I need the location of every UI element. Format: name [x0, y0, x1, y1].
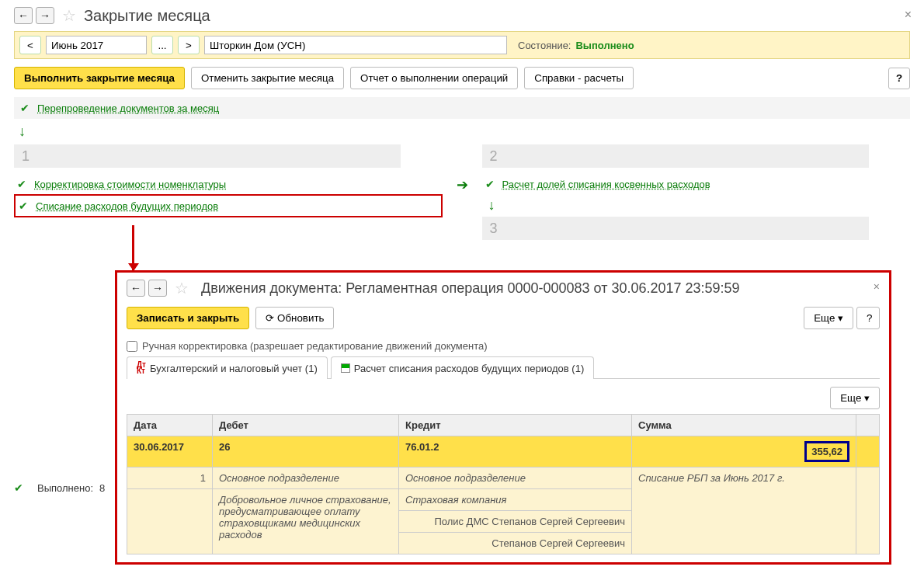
col-debit: Дебет — [213, 415, 399, 436]
grid-icon — [341, 363, 350, 373]
period-picker-button[interactable]: ... — [151, 36, 173, 54]
dk-icon: ДтКт — [137, 362, 146, 374]
callout-arrow — [132, 225, 134, 270]
cancel-button[interactable]: Отменить закрытие месяца — [191, 67, 344, 89]
modal-back-button[interactable]: ← — [127, 280, 145, 297]
more-button[interactable]: Еще ▾ — [804, 307, 853, 329]
star-icon[interactable]: ☆ — [175, 279, 189, 297]
tab-rbp-calc[interactable]: Расчет списания расходов будущих периодо… — [331, 356, 595, 379]
refresh-icon: ⟳ — [266, 312, 274, 324]
check-icon: ✔ — [485, 178, 495, 190]
task-rbp-writeoff[interactable]: Списание расходов будущих периодов — [36, 200, 218, 212]
back-button[interactable]: ← — [14, 7, 33, 24]
check-icon: ✔ — [19, 200, 28, 212]
period-input[interactable] — [46, 36, 147, 54]
table-row[interactable]: 1 Основное подразделение Основное подраз… — [127, 468, 880, 489]
modal-forward-button[interactable]: → — [148, 280, 167, 297]
star-icon[interactable]: ☆ — [62, 6, 76, 25]
report-button[interactable]: Отчет о выполнении операций — [350, 67, 518, 89]
check-icon: ✔ — [14, 481, 23, 494]
org-select[interactable] — [204, 36, 507, 54]
sum-highlight: 355,62 — [804, 441, 849, 462]
refs-button[interactable]: Справки - расчеты — [524, 67, 634, 89]
refresh-button[interactable]: ⟳Обновить — [255, 307, 334, 329]
modal-close-icon[interactable]: × — [874, 280, 880, 293]
modal-help-button[interactable]: ? — [856, 307, 880, 329]
close-icon[interactable]: × — [905, 8, 912, 22]
forward-button[interactable]: → — [36, 7, 54, 24]
manual-correction-checkbox[interactable] — [127, 341, 137, 352]
col-credit: Кредит — [399, 415, 632, 436]
col-date: Дата — [127, 415, 213, 436]
arrow-down-icon: ↓ — [19, 123, 905, 140]
step-3-header: 3 — [482, 217, 869, 240]
footer-count: 8 — [99, 482, 105, 494]
page-title: Закрытие месяца — [84, 7, 210, 25]
step-2-header: 2 — [482, 144, 869, 168]
save-close-button[interactable]: Записать и закрыть — [127, 307, 249, 329]
arrow-right-icon: ➔ — [457, 176, 468, 193]
help-button[interactable]: ? — [888, 68, 910, 89]
state-label: Состояние: — [518, 40, 571, 51]
check-icon: ✔ — [17, 178, 26, 190]
prev-period-button[interactable]: < — [19, 36, 41, 54]
table-more-button[interactable]: Еще ▾ — [830, 387, 880, 409]
movements-table: Дата Дебет Кредит Сумма 30.06.2017 26 76… — [127, 414, 880, 554]
next-period-button[interactable]: > — [178, 36, 200, 54]
arrow-down-icon: ↓ — [482, 194, 911, 217]
task-indirect-costs[interactable]: Расчет долей списания косвенных расходов — [502, 179, 710, 190]
check-icon: ✔ — [20, 102, 30, 114]
modal-title: Движения документа: Регламентная операци… — [201, 280, 740, 297]
table-row[interactable]: 30.06.2017 26 76.01.2 355,62 — [127, 436, 880, 468]
tab-accounting[interactable]: ДтКт Бухгалтерский и налоговый учет (1) — [127, 356, 328, 379]
col-sum: Сумма — [632, 415, 856, 436]
footer-label: Выполнено: — [37, 482, 93, 494]
task-cost-correction[interactable]: Корректировка стоимости номенклатуры — [34, 179, 226, 190]
stage-repost-link[interactable]: Перепроведение документов за месяц — [37, 103, 219, 114]
step-1-header: 1 — [14, 144, 401, 168]
execute-button[interactable]: Выполнить закрытие месяца — [14, 67, 185, 89]
manual-correction-label: Ручная корректировка (разрешает редактир… — [142, 340, 488, 352]
state-value: Выполнено — [575, 40, 634, 51]
document-movements-dialog: ← → ☆ Движения документа: Регламентная о… — [115, 270, 891, 565]
